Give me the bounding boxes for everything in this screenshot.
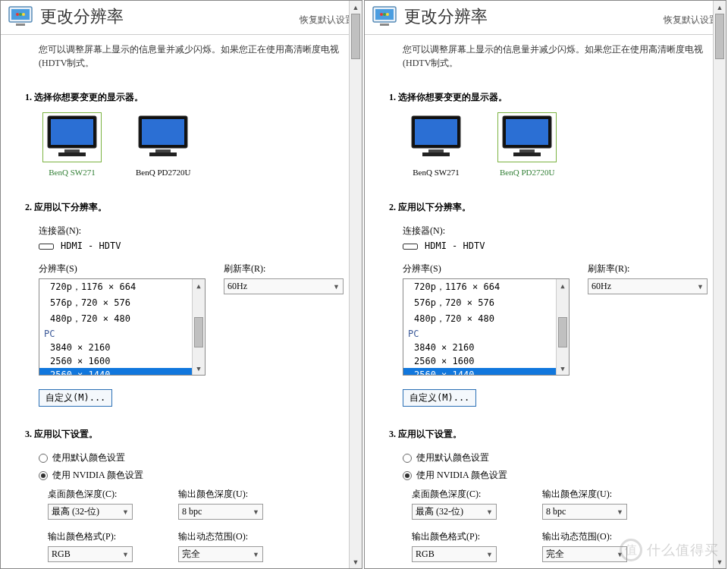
list-item-selected[interactable]: 2560 × 1440 xyxy=(39,368,192,376)
refresh-value: 60Hz xyxy=(592,281,611,292)
desktop-depth-select[interactable]: 最高 (32-位) ▼ xyxy=(48,504,133,520)
listbox-scrollbar[interactable]: ▲ ▼ xyxy=(556,279,569,375)
chevron-down-icon: ▼ xyxy=(122,508,129,516)
scrollbar[interactable]: ▲ ▼ xyxy=(349,1,362,568)
output-format-label: 输出颜色格式(P): xyxy=(412,530,497,543)
refresh-value: 60Hz xyxy=(228,281,247,292)
hdmi-icon xyxy=(39,244,54,250)
custom-button[interactable]: 自定义(M)... xyxy=(403,389,476,407)
chevron-down-icon: ▼ xyxy=(253,508,259,516)
listbox-scrollbar[interactable]: ▲ ▼ xyxy=(192,279,205,375)
output-format-select[interactable]: RGB ▼ xyxy=(412,546,497,562)
list-item[interactable]: 2560 × 1600 xyxy=(403,354,556,368)
svg-rect-21 xyxy=(415,119,457,145)
output-range-select[interactable]: 完全 ▼ xyxy=(178,546,263,562)
description: 您可以调整屏幕上显示的信息量并减少闪烁。如果您正在使用高清晰度电视 (HDTV制… xyxy=(39,42,348,70)
display-item-1[interactable]: BenQ SW271 xyxy=(45,115,99,177)
scroll-thumb[interactable] xyxy=(558,317,567,347)
section3-title: 3. 应用以下设置。 xyxy=(389,428,712,441)
list-item[interactable]: 720p，1176 × 664 xyxy=(403,279,556,295)
display-label: BenQ SW271 xyxy=(409,168,463,177)
display-item-2[interactable]: BenQ PD2720U xyxy=(500,115,554,177)
restore-defaults-link[interactable]: 恢复默认设置 xyxy=(300,14,354,27)
refresh-rate-select[interactable]: 60Hz ▼ xyxy=(224,278,344,294)
output-range-value: 完全 xyxy=(546,548,564,561)
list-item[interactable]: 576p，720 × 576 xyxy=(403,295,556,311)
refresh-rate-select[interactable]: 60Hz ▼ xyxy=(588,278,708,294)
list-item[interactable]: 480p，720 × 480 xyxy=(403,311,556,327)
desktop-depth-label: 桌面颜色深度(C): xyxy=(412,488,497,501)
svg-point-5 xyxy=(22,13,25,16)
svg-rect-22 xyxy=(428,149,444,152)
resolution-listbox[interactable]: 720p，1176 × 664 576p，720 × 576 480p，720 … xyxy=(39,278,206,376)
svg-rect-13 xyxy=(149,152,177,156)
output-depth-select[interactable]: 8 bpc ▼ xyxy=(542,504,627,520)
chevron-up-icon[interactable]: ▲ xyxy=(350,1,362,14)
desktop-depth-label: 桌面颜色深度(C): xyxy=(48,488,133,501)
radio-nvidia-color[interactable]: 使用 NVIDIA 颜色设置 xyxy=(39,469,348,482)
chevron-down-icon[interactable]: ▼ xyxy=(557,362,569,375)
list-item[interactable]: 3840 × 2160 xyxy=(39,341,192,354)
radio-default-color[interactable]: 使用默认颜色设置 xyxy=(39,451,348,464)
svg-rect-11 xyxy=(142,119,184,145)
list-item[interactable]: 3840 × 2160 xyxy=(403,341,556,354)
chevron-down-icon[interactable]: ▼ xyxy=(193,362,205,375)
output-format-select[interactable]: RGB ▼ xyxy=(48,546,133,562)
radio-default-color[interactable]: 使用默认颜色设置 xyxy=(403,451,712,464)
chevron-down-icon: ▼ xyxy=(486,508,493,516)
output-depth-select[interactable]: 8 bpc ▼ xyxy=(178,504,263,520)
radio-label: 使用 NVIDIA 颜色设置 xyxy=(52,469,143,482)
svg-rect-8 xyxy=(64,149,80,152)
desktop-depth-value: 最高 (32-位) xyxy=(416,505,463,518)
svg-rect-16 xyxy=(380,24,389,26)
display-item-1[interactable]: BenQ SW271 xyxy=(409,115,463,177)
svg-rect-9 xyxy=(58,152,86,156)
display-label: BenQ PD2720U xyxy=(136,168,190,177)
chevron-up-icon[interactable]: ▲ xyxy=(714,1,726,14)
monitor-icon xyxy=(500,115,554,160)
radio-label: 使用默认颜色设置 xyxy=(416,451,489,464)
watermark-logo-icon: 值 xyxy=(620,539,642,561)
connector-value: HDMI - HDTV xyxy=(425,240,485,251)
svg-point-17 xyxy=(380,13,383,16)
scrollbar[interactable]: ▲ ▼ xyxy=(713,1,726,568)
panel-left: ▲ ▼ 更改分辨率 恢复默认设置 您可以调整屏幕上显示的信息量并减少闪烁。如果您… xyxy=(0,0,362,569)
svg-rect-7 xyxy=(51,119,93,145)
chevron-down-icon[interactable]: ▼ xyxy=(350,555,362,568)
scroll-thumb[interactable] xyxy=(194,317,203,347)
list-item[interactable]: 576p，720 × 576 xyxy=(39,295,192,311)
monitor-icon xyxy=(409,115,463,160)
chevron-down-icon: ▼ xyxy=(486,551,493,558)
output-range-value: 完全 xyxy=(182,548,200,561)
list-header-pc: PC xyxy=(403,327,556,341)
display-label: BenQ SW271 xyxy=(45,168,99,177)
watermark-text: 什么值得买 xyxy=(647,541,719,559)
svg-point-19 xyxy=(386,13,389,16)
scroll-thumb[interactable] xyxy=(351,14,360,59)
display-item-2[interactable]: BenQ PD2720U xyxy=(136,115,190,177)
connector-label: 连接器(N): xyxy=(403,225,712,237)
chevron-up-icon[interactable]: ▲ xyxy=(557,279,569,292)
radio-checked-icon xyxy=(403,471,412,480)
resolution-listbox[interactable]: 720p，1176 × 664 576p，720 × 576 480p，720 … xyxy=(403,278,570,376)
display-settings-icon xyxy=(8,6,33,27)
list-item[interactable]: 720p，1176 × 664 xyxy=(39,279,192,295)
content: 您可以调整屏幕上显示的信息量并减少闪烁。如果您正在使用高清晰度电视 (HDTV制… xyxy=(1,35,362,562)
page-title: 更改分辨率 xyxy=(404,5,664,28)
svg-rect-2 xyxy=(16,24,25,26)
output-range-select[interactable]: 完全 ▼ xyxy=(542,546,627,562)
connector-row: HDMI - HDTV xyxy=(39,240,348,252)
radio-nvidia-color[interactable]: 使用 NVIDIA 颜色设置 xyxy=(403,469,712,482)
chevron-up-icon[interactable]: ▲ xyxy=(193,279,205,292)
restore-defaults-link[interactable]: 恢复默认设置 xyxy=(664,14,718,27)
connector-value: HDMI - HDTV xyxy=(61,240,121,251)
output-depth-label: 输出颜色深度(U): xyxy=(178,488,263,501)
chevron-down-icon: ▼ xyxy=(122,551,129,558)
desktop-depth-select[interactable]: 最高 (32-位) ▼ xyxy=(412,504,497,520)
custom-button[interactable]: 自定义(M)... xyxy=(39,389,112,407)
scroll-thumb[interactable] xyxy=(715,14,724,59)
list-item[interactable]: 2560 × 1600 xyxy=(39,354,192,368)
list-item-selected[interactable]: 2560 × 1440 xyxy=(403,368,556,376)
list-item[interactable]: 480p，720 × 480 xyxy=(39,311,192,327)
output-depth-label: 输出颜色深度(U): xyxy=(542,488,627,501)
